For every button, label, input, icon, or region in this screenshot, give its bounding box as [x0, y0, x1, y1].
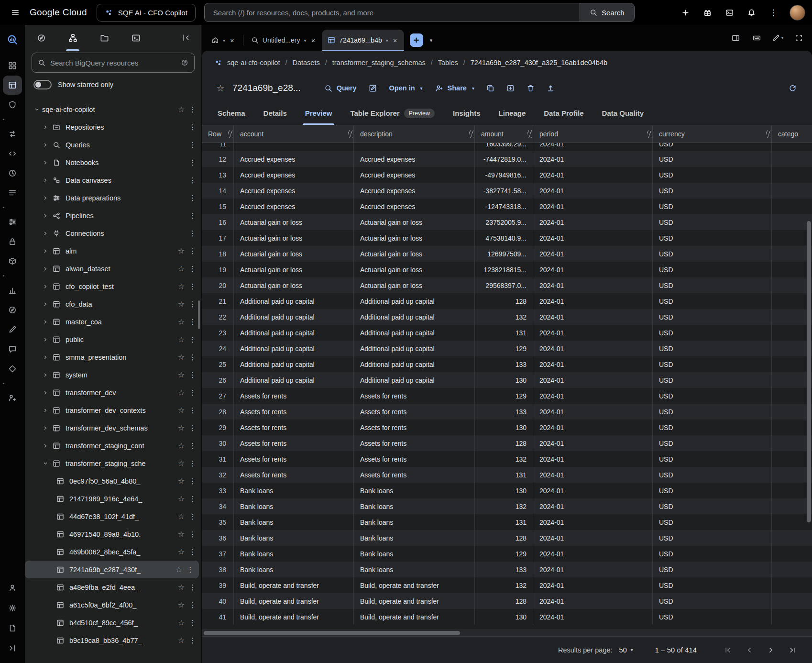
explorer-search-input[interactable] [50, 59, 176, 67]
tree-section-repositories[interactable]: Repositories⋮ [25, 118, 201, 136]
column-resize-handle[interactable] [527, 130, 532, 138]
tab-menu-caret-icon[interactable]: ▾ [304, 38, 306, 43]
more-actions-icon[interactable]: ⋮ [188, 335, 198, 344]
help-icon[interactable] [181, 59, 188, 66]
feedback-icon[interactable] [3, 340, 22, 359]
avatar[interactable] [790, 5, 805, 21]
more-actions-icon[interactable]: ⋮ [188, 158, 198, 167]
star-icon[interactable]: ☆ [175, 618, 188, 627]
tree-dataset-transformer_dev_schemas[interactable]: transformer_dev_schemas☆⋮ [25, 419, 201, 437]
star-icon[interactable]: ☆ [175, 423, 188, 432]
chevron-right-icon[interactable] [40, 248, 51, 254]
capacity-icon[interactable] [3, 252, 22, 271]
dataform-icon[interactable] [3, 320, 22, 339]
sql-generation-icon[interactable]: ▾ [768, 29, 787, 46]
collapse-panel-icon[interactable] [176, 27, 196, 48]
folder-view-icon[interactable] [94, 25, 115, 51]
studio-icon[interactable] [3, 76, 22, 95]
star-icon[interactable]: ☆ [175, 636, 188, 645]
more-vert-icon[interactable]: ⋮ [763, 2, 784, 23]
gemini-icon[interactable] [675, 2, 696, 23]
open-in-button[interactable]: Open in ▾ [383, 79, 429, 97]
more-actions-icon[interactable]: ⋮ [188, 300, 198, 309]
column-header-account[interactable]: account [234, 125, 354, 143]
tree-table-a48e9fba_e2fd_4eea_[interactable]: a48e9fba_e2fd_4eea_☆⋮ [25, 578, 201, 596]
star-icon[interactable]: ☆ [175, 282, 188, 291]
release-notes-icon[interactable] [3, 619, 22, 638]
admin-icon[interactable] [3, 578, 22, 597]
column-header-catego[interactable]: catego [772, 125, 812, 143]
column-header-amount[interactable]: amount [475, 125, 533, 143]
more-actions-icon[interactable]: ⋮ [188, 619, 198, 627]
share-button[interactable]: Share ▾ [429, 79, 481, 97]
page-size-select[interactable]: 50 ▾ [619, 646, 633, 654]
star-icon[interactable]: ☆ [175, 299, 188, 309]
query-button[interactable]: Query [318, 79, 363, 97]
dataplex-icon[interactable] [3, 359, 22, 378]
star-icon[interactable]: ☆ [175, 583, 188, 592]
star-icon[interactable]: ☆ [175, 388, 188, 397]
more-actions-icon[interactable]: ⋮ [188, 459, 198, 468]
star-icon[interactable]: ☆ [175, 370, 188, 379]
tab-list-caret-icon[interactable]: ▾ [425, 33, 438, 47]
tab-menu-caret-icon[interactable]: ▾ [223, 38, 225, 43]
last-page-icon[interactable] [785, 643, 800, 657]
scheduled-queries-icon[interactable] [3, 144, 22, 163]
breadcrumb-item[interactable]: 7241a69b_e287_430f_a325_16ab1de04b4b [471, 59, 607, 66]
more-actions-icon[interactable]: ⋮ [188, 388, 198, 397]
chevron-right-icon[interactable] [40, 443, 51, 449]
column-resize-handle[interactable] [469, 130, 473, 138]
more-actions-icon[interactable]: ⋮ [188, 601, 198, 609]
more-actions-icon[interactable]: ⋮ [188, 353, 198, 362]
star-icon[interactable]: ☆ [172, 565, 186, 574]
star-icon[interactable]: ☆ [175, 600, 188, 609]
tab-menu-caret-icon[interactable]: ▾ [386, 38, 388, 43]
tab-data-profile[interactable]: Data Profile [535, 101, 593, 125]
more-actions-icon[interactable]: ⋮ [188, 318, 198, 326]
keyboard-shortcuts-icon[interactable] [747, 29, 766, 46]
more-actions-icon[interactable]: ⋮ [188, 211, 198, 220]
first-page-icon[interactable] [721, 643, 735, 657]
topbar-search-button[interactable]: Search [580, 3, 634, 22]
tree-section-queries[interactable]: Queries⋮ [25, 136, 201, 154]
next-page-icon[interactable] [764, 643, 778, 657]
governance-icon[interactable] [3, 95, 22, 114]
tree-dataset-cfo_data[interactable]: cfo_data☆⋮ [25, 295, 201, 313]
project-selector[interactable]: SQE AI - CFO Copilot [97, 4, 196, 22]
chevron-right-icon[interactable] [40, 372, 51, 378]
more-actions-icon[interactable]: ⋮ [188, 583, 198, 592]
chevron-right-icon[interactable] [40, 142, 51, 148]
tree-section-pipelines[interactable]: Pipelines⋮ [25, 207, 201, 224]
more-actions-icon[interactable]: ⋮ [188, 424, 198, 432]
tree-dataset-transformer_staging_sche[interactable]: transformer_staging_sche☆⋮ [25, 454, 201, 472]
grid-horizontal-scrollbar[interactable] [202, 630, 812, 636]
export-icon[interactable] [541, 79, 561, 97]
tree-section-data-preparations[interactable]: Data preparations⋮ [25, 189, 201, 207]
chevron-right-icon[interactable] [40, 390, 51, 396]
tree-section-data-canvases[interactable]: Data canvases⋮ [25, 171, 201, 189]
close-tab-icon[interactable]: × [229, 36, 235, 44]
tree-section-connections[interactable]: Connections⋮ [25, 224, 201, 242]
fullscreen-icon[interactable] [789, 29, 808, 46]
transfers-icon[interactable] [3, 124, 22, 144]
explorer-tree-icon[interactable] [62, 25, 83, 51]
more-actions-icon[interactable]: ⋮ [188, 194, 198, 202]
breadcrumb-item[interactable]: sqe-ai-cfo-copilot [227, 59, 280, 66]
chevron-right-icon[interactable] [40, 177, 51, 183]
star-icon[interactable]: ☆ [175, 512, 188, 521]
tab-preview[interactable]: Preview [296, 101, 341, 125]
more-actions-icon[interactable]: ⋮ [188, 105, 198, 114]
show-starred-toggle[interactable] [33, 80, 52, 89]
chevron-right-icon[interactable] [40, 354, 51, 360]
chevron-right-icon[interactable] [40, 213, 51, 219]
column-header-currency[interactable]: currency [653, 125, 772, 143]
gifts-icon[interactable] [697, 2, 718, 23]
column-resize-handle[interactable] [228, 130, 232, 138]
star-icon[interactable]: ☆ [175, 441, 188, 450]
partner-center-icon[interactable] [3, 300, 22, 320]
more-actions-icon[interactable]: ⋮ [188, 406, 198, 415]
star-icon[interactable]: ☆ [175, 530, 188, 539]
open-in-new-window-icon[interactable] [726, 29, 745, 46]
tree-table-21471989_916c_4e64_[interactable]: 21471989_916c_4e64_☆⋮ [25, 490, 201, 508]
star-icon[interactable]: ☆ [175, 406, 188, 415]
